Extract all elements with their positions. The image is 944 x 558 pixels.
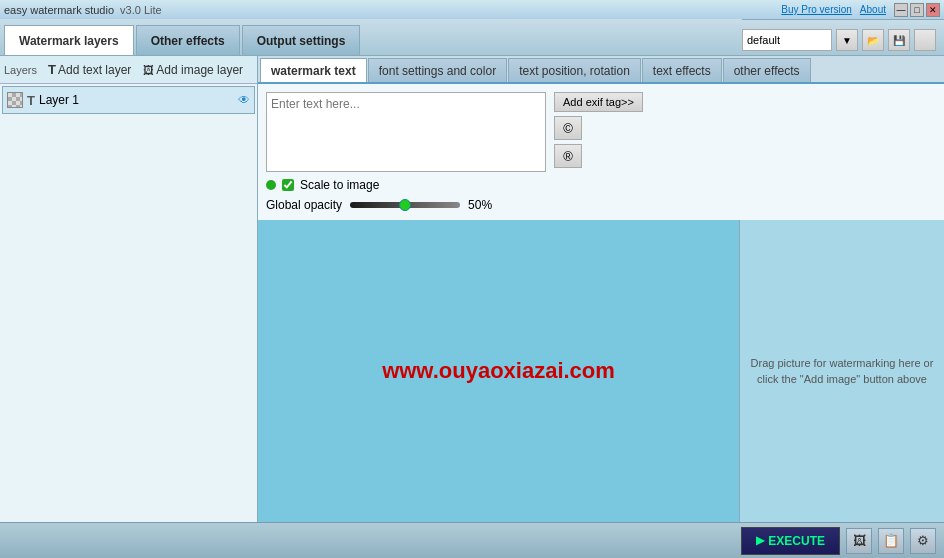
app-name: easy watermark studio [4, 4, 114, 16]
bottom-bar: ▶ EXECUTE 🖼 📋 ⚙ [0, 522, 944, 558]
play-icon: ▶ [756, 534, 764, 547]
wm-top-row: Add exif tag>> © ® [266, 92, 936, 172]
scale-label: Scale to image [300, 178, 379, 192]
layers-panel: Layers T Add text layer 🖼 Add image laye… [0, 56, 258, 522]
save-button[interactable]: 💾 [888, 29, 910, 51]
window-controls: — □ ✕ [894, 3, 940, 17]
layer-visibility-icon[interactable]: 👁 [238, 93, 250, 107]
bottom-tool-btn-2[interactable]: 📋 [878, 528, 904, 554]
title-bar-left: easy watermark studio v3.0 Lite [4, 4, 162, 16]
layers-list: T Layer 1 👁 [0, 84, 257, 522]
title-bar-right: Buy Pro version About — □ ✕ [781, 3, 940, 17]
layer-item[interactable]: T Layer 1 👁 [2, 86, 255, 114]
opacity-label: Global opacity [266, 198, 342, 212]
image-layer-icon: 🖼 [143, 64, 154, 76]
opacity-value: 50% [468, 198, 492, 212]
sub-tabs: watermark text font settings and color t… [258, 56, 944, 84]
tab-output-settings[interactable]: Output settings [242, 25, 361, 55]
maximize-button[interactable]: □ [910, 3, 924, 17]
sub-tab-font-settings[interactable]: font settings and color [368, 58, 507, 82]
sub-tab-text-effects[interactable]: text effects [642, 58, 722, 82]
layer-name: Layer 1 [39, 93, 234, 107]
execute-button[interactable]: ▶ EXECUTE [741, 527, 840, 555]
preset-input[interactable] [742, 29, 832, 51]
content-area: Layers T Add text layer 🖼 Add image laye… [0, 56, 944, 522]
title-bar: easy watermark studio v3.0 Lite Buy Pro … [0, 0, 944, 20]
drag-hint-text: Drag picture for watermarking here or cl… [750, 355, 934, 388]
dropdown-arrow-button[interactable]: ▼ [836, 29, 858, 51]
preview-area: www.ouyaoxiazai.com Drag picture for wat… [258, 220, 944, 522]
app-version: v3.0 Lite [120, 4, 162, 16]
opacity-row: Global opacity 50% [266, 198, 936, 212]
layers-label: Layers [4, 64, 37, 76]
bottom-tool-btn-3[interactable]: ⚙ [910, 528, 936, 554]
main-tabs: Watermark layers Other effects Output se… [0, 19, 742, 55]
add-text-layer-button[interactable]: T Add text layer [43, 59, 136, 80]
watermark-text-panel: Add exif tag>> © ® Scale to image Global… [258, 84, 944, 220]
about-link[interactable]: About [860, 4, 886, 15]
bottom-tool-btn-1[interactable]: 🖼 [846, 528, 872, 554]
layer-type-icon: T [27, 93, 35, 108]
preview-sidebar: Drag picture for watermarking here or cl… [739, 220, 944, 522]
preview-main[interactable]: www.ouyaoxiazai.com [258, 220, 739, 522]
settings-button[interactable] [914, 29, 936, 51]
right-content: watermark text font settings and color t… [258, 56, 944, 522]
opacity-slider-track [350, 202, 460, 208]
text-layer-icon: T [48, 62, 56, 77]
preset-toolbar: ▼ 📂 💾 [742, 29, 944, 55]
watermark-preview-text: www.ouyaoxiazai.com [382, 358, 615, 384]
layer-thumbnail [7, 92, 23, 108]
tab-watermark-layers[interactable]: Watermark layers [4, 25, 134, 55]
add-image-layer-button[interactable]: 🖼 Add image layer [138, 60, 248, 80]
close-button[interactable]: ✕ [926, 3, 940, 17]
sub-tab-text-position[interactable]: text position, rotation [508, 58, 641, 82]
sub-tab-watermark-text[interactable]: watermark text [260, 58, 367, 82]
sub-tab-other-effects[interactable]: other effects [723, 58, 811, 82]
wm-buttons: Add exif tag>> © ® [554, 92, 643, 168]
buy-pro-link[interactable]: Buy Pro version [781, 4, 852, 15]
open-file-button[interactable]: 📂 [862, 29, 884, 51]
minimize-button[interactable]: — [894, 3, 908, 17]
registered-button[interactable]: ® [554, 144, 582, 168]
opacity-slider-thumb[interactable] [399, 199, 411, 211]
tab-other-effects[interactable]: Other effects [136, 25, 240, 55]
scale-row: Scale to image [266, 178, 936, 192]
watermark-textarea[interactable] [266, 92, 546, 172]
scale-checkbox-icon [266, 180, 276, 190]
layers-toolbar: Layers T Add text layer 🖼 Add image laye… [0, 56, 257, 84]
copyright-button[interactable]: © [554, 116, 582, 140]
add-exif-button[interactable]: Add exif tag>> [554, 92, 643, 112]
scale-checkbox[interactable] [282, 179, 294, 191]
